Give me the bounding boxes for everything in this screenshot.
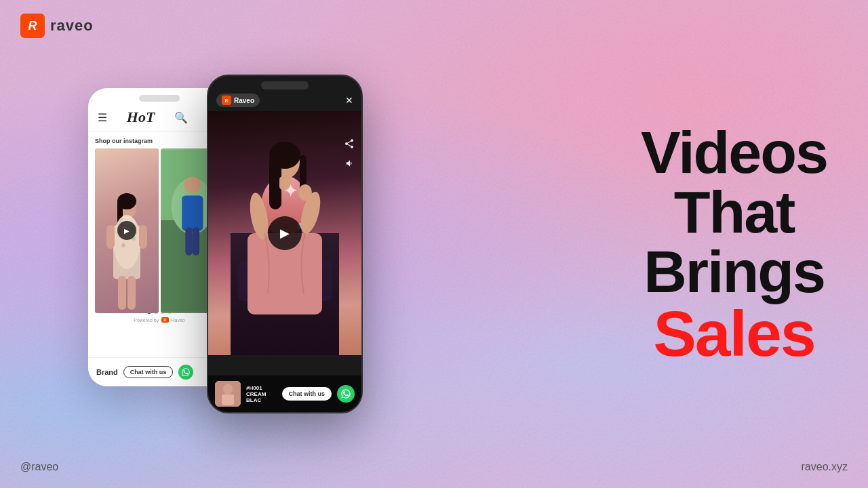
woman-figure-back [103, 191, 151, 313]
svg-rect-11 [118, 276, 126, 310]
sound-icon [345, 159, 355, 170]
headline-that: That [641, 182, 827, 242]
footer-social: @raveo [20, 461, 58, 473]
raveo-badge-logo: R [222, 96, 231, 105]
play-button-front[interactable]: ▶ [268, 216, 302, 250]
raveo-topbar: R Raveo ✕ [208, 89, 361, 111]
whatsapp-icon-back[interactable] [178, 365, 193, 380]
svg-rect-12 [127, 276, 136, 310]
menu-icon: ☰ [98, 111, 107, 124]
front-notch [261, 81, 309, 89]
svg-rect-19 [192, 227, 199, 256]
headline-sales: Sales [641, 302, 827, 366]
svg-point-16 [184, 176, 201, 193]
share-icon [344, 138, 355, 152]
headline-videos: Videos [641, 123, 827, 182]
product-code: #H001 CREAM BLAC [246, 385, 277, 403]
svg-rect-17 [182, 196, 203, 231]
svg-rect-36 [222, 394, 234, 405]
svg-rect-10 [139, 225, 147, 249]
headline-brings: Brings [641, 242, 827, 302]
ig-image-left: ▶ [95, 148, 159, 313]
product-bar: #H001 CREAM BLAC Chat with us [208, 375, 361, 412]
powered-raveo-logo: R [161, 317, 168, 323]
header: R raveo [20, 14, 94, 38]
play-button-back[interactable]: ▶ [117, 221, 136, 240]
chat-with-us-btn-front[interactable]: Chat with us [282, 387, 332, 401]
svg-point-33 [298, 184, 312, 201]
whatsapp-icon-front[interactable] [337, 385, 355, 403]
svg-point-35 [223, 384, 233, 394]
brand-label: Brand [96, 368, 118, 376]
phone-front: R Raveo ✕ [207, 75, 363, 413]
close-icon[interactable]: ✕ [345, 95, 353, 106]
hot-logo: HoT [127, 108, 155, 126]
sparkle-decoration: ✦ [283, 180, 298, 202]
svg-rect-9 [106, 225, 115, 249]
raveo-badge-name: Raveo [234, 97, 254, 104]
brand-name: raveo [50, 17, 94, 35]
svg-rect-18 [185, 227, 192, 256]
chat-with-us-btn-back[interactable]: Chat with us [123, 366, 174, 378]
raveo-badge: R Raveo [216, 94, 260, 107]
powered-by: Powered by R Raveo [95, 317, 224, 323]
instagram-label: Shop our instagram [95, 138, 224, 144]
search-icon: 🔍 [174, 111, 188, 124]
phone-notch [139, 95, 180, 102]
svg-point-7 [121, 243, 125, 247]
instagram-grid: ▶ [95, 148, 224, 304]
footer-website: raveo.xyz [802, 461, 848, 473]
headline: Videos That Brings Sales [641, 123, 827, 366]
product-thumbnail [215, 381, 241, 407]
logo-icon: R [20, 14, 45, 38]
video-area: ▶ [208, 111, 361, 355]
phones-mockup: ☰ HoT 🔍 🛒 Shop our instagram [88, 75, 414, 434]
